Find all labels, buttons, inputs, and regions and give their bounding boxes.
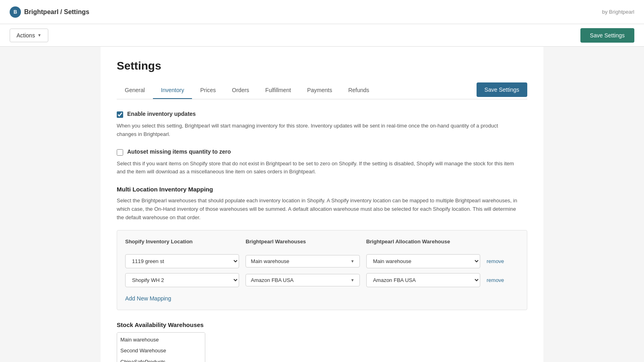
warehouse-tag-label-2: Amazon FBA USA: [251, 277, 293, 283]
save-settings-button-top[interactable]: Save Settings: [580, 28, 634, 43]
col-brightpearl-warehouses: Brightpearl Warehouses: [246, 239, 359, 245]
mapping-row-1: 1119 green st Shopify WH 2 Another locat…: [125, 254, 519, 268]
tab-refunds[interactable]: Refunds: [340, 82, 377, 99]
tab-inventory[interactable]: Inventory: [153, 82, 192, 99]
stock-availability-title: Stock Availability Warehouses: [117, 321, 527, 328]
autoset-description: Select this if you want items on Shopify…: [117, 160, 519, 177]
mapping-table: Shopify Inventory Location Brightpearl W…: [117, 230, 527, 310]
allocation-dropdown-1[interactable]: Main warehouse Amazon FBA USA Second War…: [366, 254, 480, 268]
allocation-warehouse-select-1[interactable]: Main warehouse Amazon FBA USA Second War…: [366, 254, 480, 268]
stock-availability-list[interactable]: Main warehouse Second Warehouse ChinaSaf…: [117, 332, 205, 362]
actions-label: Actions: [17, 32, 35, 39]
mapping-row-2: 1119 green st Shopify WH 2 Another locat…: [125, 273, 519, 287]
tab-general[interactable]: General: [117, 82, 153, 99]
page-title: Settings: [117, 60, 527, 72]
warehouse-dropdown-arrow-1: ▼: [351, 259, 355, 263]
warehouse-tag-label-1: Main warehouse: [251, 258, 289, 264]
brightpearl-logo: B: [10, 6, 21, 18]
remove-link-1[interactable]: remove: [487, 258, 504, 264]
by-brightpearl: by Brightpearl: [602, 9, 634, 15]
enable-updates-description: When you select this setting, Brightpear…: [117, 122, 519, 139]
tabs-container: General Inventory Prices Orders Fulfillm…: [117, 82, 527, 99]
shopify-location-select-2[interactable]: 1119 green st Shopify WH 2 Another locat…: [125, 273, 239, 287]
mapping-column-headers: Shopify Inventory Location Brightpearl W…: [125, 239, 519, 248]
chevron-down-icon: ▼: [37, 33, 41, 37]
multi-location-title: Multi Location Inventory Mapping: [117, 186, 527, 193]
enable-updates-label: Enable inventory updates: [127, 111, 196, 117]
top-bar: B Brightpearl / Settings by Brightpearl: [0, 0, 644, 24]
toolbar: Actions ▼ Save Settings: [0, 24, 644, 47]
tab-fulfillment[interactable]: Fulfillment: [257, 82, 299, 99]
stock-item-2: ChinaSafeProducts: [117, 356, 205, 362]
col-shopify-location: Shopify Inventory Location: [125, 239, 239, 245]
stock-item-0: Main warehouse: [117, 334, 205, 346]
warehouse-tag-2[interactable]: Amazon FBA USA ▼: [246, 274, 359, 286]
autoset-section: Autoset missing items quantity to zero S…: [117, 148, 527, 177]
brightpearl-warehouse-tag-1[interactable]: Main warehouse ▼: [246, 255, 359, 267]
warehouse-tag-1[interactable]: Main warehouse ▼: [246, 255, 359, 267]
remove-link-2[interactable]: remove: [487, 277, 504, 283]
tab-orders[interactable]: Orders: [224, 82, 257, 99]
app-breadcrumb: Brightpearl / Settings: [24, 8, 89, 16]
enable-updates-row: Enable inventory updates: [117, 111, 527, 118]
col-allocation-warehouse: Brightpearl Allocation Warehouse: [366, 239, 480, 245]
stock-availability-section: Stock Availability Warehouses Main wareh…: [117, 321, 527, 362]
autoset-label: Autoset missing items quantity to zero: [127, 148, 231, 155]
tab-prices[interactable]: Prices: [192, 82, 224, 99]
enable-updates-section: Enable inventory updates When you select…: [117, 111, 527, 139]
multi-location-description: Select the Brightpearl warehouses that s…: [117, 197, 519, 222]
stock-item-1: Second Warehouse: [117, 345, 205, 356]
add-new-mapping-link[interactable]: Add New Mapping: [125, 295, 171, 302]
remove-row-1[interactable]: remove: [487, 258, 519, 264]
tabs-list: General Inventory Prices Orders Fulfillm…: [117, 82, 377, 99]
shopify-location-dropdown-1[interactable]: 1119 green st Shopify WH 2 Another locat…: [125, 254, 239, 268]
shopify-location-select-1[interactable]: 1119 green st Shopify WH 2 Another locat…: [125, 254, 239, 268]
remove-row-2[interactable]: remove: [487, 277, 519, 283]
brightpearl-warehouse-tag-2[interactable]: Amazon FBA USA ▼: [246, 274, 359, 286]
actions-button[interactable]: Actions ▼: [10, 29, 48, 42]
autoset-row: Autoset missing items quantity to zero: [117, 148, 527, 156]
save-settings-button-inline[interactable]: Save Settings: [477, 82, 527, 97]
shopify-location-dropdown-2[interactable]: 1119 green st Shopify WH 2 Another locat…: [125, 273, 239, 287]
allocation-dropdown-2[interactable]: Main warehouse Amazon FBA USA Second War…: [366, 273, 480, 287]
multi-location-section: Multi Location Inventory Mapping Select …: [117, 186, 527, 310]
allocation-warehouse-select-2[interactable]: Main warehouse Amazon FBA USA Second War…: [366, 273, 480, 287]
tab-payments[interactable]: Payments: [299, 82, 340, 99]
enable-updates-checkbox[interactable]: [117, 111, 123, 118]
warehouse-dropdown-arrow-2: ▼: [351, 278, 355, 282]
top-bar-left: B Brightpearl / Settings: [10, 6, 89, 18]
autoset-checkbox[interactable]: [117, 149, 123, 156]
main-content: Settings General Inventory Prices Orders…: [101, 47, 543, 362]
